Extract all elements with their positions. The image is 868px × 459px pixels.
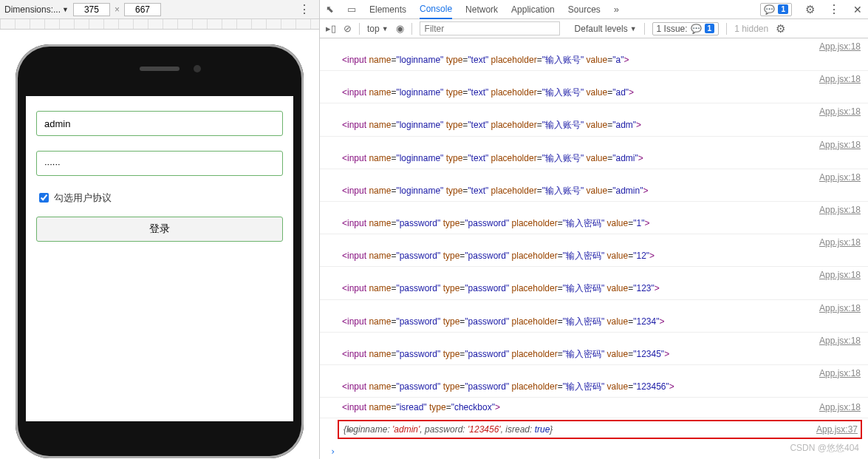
console-output[interactable]: App.jsx:18<input name="loginname" type="… <box>320 38 868 459</box>
tab-application[interactable]: Application <box>511 0 555 19</box>
agreement-checkbox[interactable] <box>39 193 49 203</box>
levels-selector[interactable]: Default levels ▼ <box>575 24 637 34</box>
width-input[interactable] <box>73 3 110 16</box>
tab-network[interactable]: Network <box>465 0 498 19</box>
source-link[interactable]: App.jsx:18 <box>819 138 861 152</box>
source-link[interactable]: App.jsx:18 <box>819 268 861 282</box>
console-settings-icon[interactable]: ⚙ <box>776 22 785 35</box>
device-toggle-icon[interactable]: ▭ <box>347 4 356 15</box>
inspect-icon[interactable]: ⬉ <box>326 4 334 15</box>
hidden-count: 1 hidden <box>734 24 768 34</box>
source-link[interactable]: App.jsx:18 <box>819 302 861 316</box>
console-row[interactable]: App.jsx:18<input name="loginname" type="… <box>320 137 868 169</box>
console-row[interactable]: App.jsx:18<input name="loginname" type="… <box>320 169 868 202</box>
highlighted-row[interactable]: App.jsx:37▸ {loginname: 'admin', passwor… <box>338 420 862 439</box>
dimension-dropdown[interactable]: Dimensions:... ▼ <box>4 4 69 15</box>
dimension-bar: Dimensions:... ▼ × ⋮ <box>0 0 319 19</box>
login-button[interactable]: 登录 <box>36 217 283 242</box>
agreement-row[interactable]: 勾选用户协议 <box>36 191 283 205</box>
phone-camera <box>194 65 201 72</box>
clear-icon[interactable]: ⊘ <box>344 23 352 34</box>
tab-sources[interactable]: Sources <box>568 0 601 19</box>
sidebar-toggle-icon[interactable]: ▸▯ <box>326 23 336 34</box>
console-row[interactable]: App.jsx:18<input name="password" type="p… <box>320 365 868 398</box>
messages-badge[interactable]: 💬1 <box>760 3 792 16</box>
issues-badge[interactable]: 1 Issue: 💬1 <box>652 22 720 35</box>
menu-icon[interactable]: ⋮ <box>828 2 840 16</box>
password-input[interactable] <box>36 151 283 176</box>
settings-icon[interactable]: ⚙ <box>805 3 815 16</box>
context-selector[interactable]: top ▼ <box>367 24 389 34</box>
source-link[interactable]: App.jsx:18 <box>819 40 861 54</box>
filter-input[interactable] <box>420 21 560 35</box>
source-link[interactable]: App.jsx:18 <box>819 171 861 185</box>
device-screen: 勾选用户协议 登录 <box>26 96 293 421</box>
eye-icon[interactable]: ◉ <box>396 23 404 34</box>
source-link[interactable]: App.jsx:37 <box>816 424 858 435</box>
source-link[interactable]: App.jsx:18 <box>819 334 861 348</box>
height-input[interactable] <box>124 3 161 16</box>
username-input[interactable] <box>36 111 283 136</box>
source-link[interactable]: App.jsx:18 <box>819 72 861 86</box>
phone-speaker <box>140 67 180 71</box>
source-link[interactable]: App.jsx:18 <box>819 203 861 217</box>
console-row[interactable]: App.jsx:18<input name="password" type="p… <box>320 267 868 299</box>
dimension-x: × <box>115 4 120 15</box>
source-link[interactable]: App.jsx:18 <box>819 236 861 250</box>
tab-console[interactable]: Console <box>420 0 452 19</box>
more-icon[interactable]: ⋮ <box>294 2 315 16</box>
device-frame: 勾选用户协议 登录 <box>16 44 304 458</box>
devtools-tabs: ⬉ ▭ Elements Console Network Application… <box>320 0 868 19</box>
console-toolbar: ▸▯ ⊘ top ▼ ◉ Default levels ▼ 1 Issue: 💬… <box>320 19 868 38</box>
close-icon[interactable]: ✕ <box>853 4 862 16</box>
more-tabs-icon[interactable]: » <box>614 4 619 15</box>
source-link[interactable]: App.jsx:18 <box>819 367 861 381</box>
console-row[interactable]: App.jsx:18<input name="password" type="p… <box>320 333 868 365</box>
console-prompt[interactable]: › <box>320 445 868 458</box>
console-row[interactable]: App.jsx:18<input name="loginname" type="… <box>320 71 868 103</box>
console-row[interactable]: App.jsx:18<input name="password" type="p… <box>320 234 868 267</box>
agreement-label: 勾选用户协议 <box>54 191 112 205</box>
source-link[interactable]: App.jsx:18 <box>819 401 861 415</box>
console-row[interactable]: App.jsx:18<input name="loginname" type="… <box>320 103 868 136</box>
ruler <box>0 19 319 30</box>
devtools-panel: ⬉ ▭ Elements Console Network Application… <box>320 0 868 459</box>
device-panel: Dimensions:... ▼ × ⋮ 勾选用户协议 登录 <box>0 0 320 459</box>
console-row[interactable]: App.jsx:18<input name="isread" type="che… <box>320 398 868 418</box>
console-row[interactable]: App.jsx:18<input name="loginname" type="… <box>320 38 868 71</box>
tab-elements[interactable]: Elements <box>369 0 406 19</box>
console-row[interactable]: App.jsx:18<input name="password" type="p… <box>320 202 868 234</box>
source-link[interactable]: App.jsx:18 <box>819 105 861 119</box>
watermark: CSDN @悠悠404 <box>790 442 859 455</box>
console-row[interactable]: App.jsx:18<input name="password" type="p… <box>320 300 868 333</box>
